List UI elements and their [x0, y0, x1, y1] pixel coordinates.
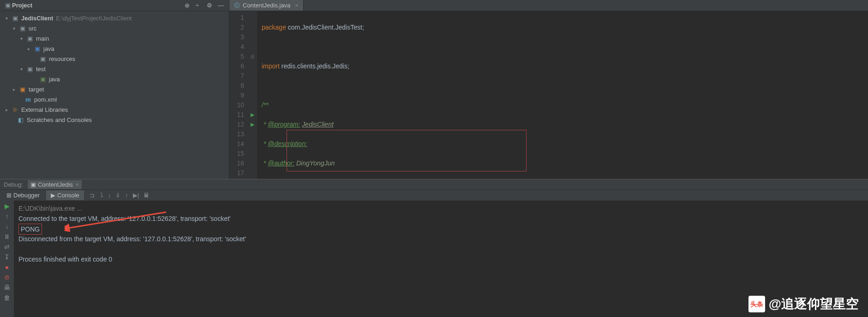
print-icon[interactable]: 🖶	[4, 284, 10, 291]
debug-panel: Debug: ▣ ContentJedis × ⊞ Debugger ▶ Con…	[0, 179, 868, 317]
debugger-tab[interactable]: ⊞ Debugger	[2, 190, 44, 200]
chevron-down-icon[interactable]: ▾	[6, 16, 11, 21]
line-gutter: 1 2 3 4 5 6 7 8 9 10 11 12 13 14 15 16 1…	[229, 11, 248, 179]
console-line: Connected to the target VM, address: '12…	[18, 213, 863, 224]
resources-folder-icon: ▣	[39, 55, 47, 62]
trash-icon[interactable]: 🗑	[4, 294, 10, 301]
chevron-down-icon[interactable]: ▾	[20, 67, 26, 72]
console-line: Disconnected from the target VM, address…	[18, 234, 863, 244]
editor-tab[interactable]: Ⓒ ContentJedis.java ×	[229, 0, 304, 11]
tree-label: resources	[49, 55, 75, 62]
fold-icon[interactable]: ⊟	[251, 54, 254, 59]
hide-icon[interactable]: —	[218, 2, 225, 9]
rerun-icon[interactable]: ▶	[5, 202, 10, 210]
chevron-right-icon[interactable]: ▸	[28, 46, 33, 51]
breakpoint-icon[interactable]: ●	[5, 263, 9, 271]
tree-label: main	[36, 35, 49, 42]
console-icon: ▶	[51, 192, 55, 199]
force-step-icon[interactable]: ⇓	[115, 192, 120, 199]
scratches-icon: ◧	[17, 116, 25, 123]
chevron-down-icon[interactable]: ▾	[13, 26, 18, 31]
tree-label: src	[29, 25, 36, 32]
step-into-icon[interactable]: ↓	[108, 192, 111, 199]
line-number: 4	[229, 42, 244, 52]
line-number: 16	[229, 158, 244, 168]
debug-tool-icons: ⤵ ↓ ⇓ ↑ ▶| 🖩	[95, 192, 150, 199]
line-number: 11	[229, 110, 244, 120]
tab-label: ContentJedis.java	[243, 2, 290, 9]
tree-pom[interactable]: m pom.xml	[0, 94, 229, 104]
tree-src[interactable]: ▾ ▣ src	[0, 23, 229, 33]
evaluate-icon[interactable]: 🖩	[144, 192, 150, 199]
libraries-icon: ⊪	[11, 106, 19, 113]
tree-target[interactable]: ▸ ▣ target	[0, 84, 229, 94]
line-number: 7	[229, 71, 244, 81]
chevron-right-icon[interactable]: ▸	[13, 87, 18, 92]
step-over-icon[interactable]: ⤵	[100, 192, 103, 199]
console-line	[18, 244, 863, 254]
code-area[interactable]: 1 2 3 4 5 6 7 8 9 10 11 12 13 14 15 16 1…	[229, 11, 868, 179]
chevron-right-icon[interactable]: ▸	[6, 107, 11, 112]
tree-label: target	[29, 86, 44, 93]
close-icon[interactable]: ×	[76, 181, 79, 188]
run-icon[interactable]: ▶	[251, 112, 254, 118]
line-number: 15	[229, 149, 244, 158]
bug-icon: ⊞	[6, 192, 12, 199]
tree-main-java[interactable]: ▸ ▣ java	[0, 43, 229, 54]
tree-external[interactable]: ▸ ⊪ External Libraries	[0, 104, 229, 115]
tree-main[interactable]: ▾ ▣ main	[0, 33, 229, 43]
close-icon[interactable]: ×	[295, 2, 299, 9]
watermark: 头条 @追逐仰望星空	[748, 296, 859, 312]
debug-toolbar: ⊞ Debugger ▶ Console ⊐ ⤵ ↓ ⇓ ↑ ▶| 🖩	[0, 189, 868, 201]
pause-icon[interactable]: ⏸	[4, 233, 10, 240]
tree-label: External Libraries	[21, 106, 68, 113]
folder-icon: ▣	[4, 2, 12, 9]
tree-test[interactable]: ▾ ▣ test	[0, 64, 229, 74]
scroll-icon[interactable]: ↧	[4, 253, 10, 261]
tree-scratches[interactable]: ◧ Scratches and Consoles	[0, 115, 229, 125]
folder-icon: ▣	[26, 35, 34, 42]
line-number: 8	[229, 81, 244, 91]
line-number: 14	[229, 139, 244, 149]
run-icon[interactable]: ▶	[251, 122, 254, 128]
debug-side-icons: ▶ ↑ ↓ ⏸ ⇄ ↧ ● ⊘ 🖶 🗑	[0, 201, 14, 317]
code-editor[interactable]: package com.JedisClient.JedisTest; impor…	[257, 11, 868, 179]
editor-area: Ⓒ ContentJedis.java × 1 2 3 4 5 6 7 8 9 …	[229, 0, 868, 179]
chevron-down-icon[interactable]: ▾	[20, 36, 26, 41]
target-folder-icon: ▣	[18, 86, 27, 93]
root-path: E:\dyjTestProject\JedisClient	[56, 15, 132, 22]
tree-resources[interactable]: ▣ resources	[0, 54, 229, 64]
tree-test-java[interactable]: ▣ java	[0, 74, 229, 84]
folder-icon: ▣	[26, 66, 34, 73]
tree-label: pom.xml	[34, 96, 57, 103]
project-header-icons: ⊕ ÷ ⚙ —	[185, 2, 225, 9]
console-output[interactable]: E:\JDK\bin\java.exe ... Connected to the…	[14, 201, 868, 317]
gear-icon[interactable]: ⚙	[207, 2, 214, 9]
pong-highlight: PONG	[18, 224, 42, 235]
wrap-icon[interactable]: ⇄	[4, 243, 10, 250]
debug-tab[interactable]: ▣ ContentJedis ×	[28, 180, 82, 189]
project-header: ▣ Project ⊕ ÷ ⚙ —	[0, 0, 229, 11]
watermark-logo: 头条	[748, 296, 765, 312]
thread-icon[interactable]: ⊐	[90, 192, 95, 199]
console-tab[interactable]: ▶ Console	[46, 190, 84, 200]
tree-root[interactable]: ▾ ▣ JedisClient E:\dyjTestProject\JedisC…	[0, 13, 229, 23]
collapse-icon[interactable]: ÷	[196, 2, 203, 9]
watermark-text: @追逐仰望星空	[769, 299, 859, 309]
folder-icon: ▣	[18, 25, 27, 32]
tree-label: java	[49, 76, 60, 83]
step-out-icon[interactable]: ↑	[125, 192, 128, 199]
line-number: 12	[229, 120, 244, 129]
source-folder-icon: ▣	[33, 45, 42, 52]
project-tree[interactable]: ▾ ▣ JedisClient E:\dyjTestProject\JedisC…	[0, 11, 229, 127]
target-icon[interactable]: ⊕	[185, 2, 192, 9]
java-class-icon: Ⓒ	[234, 1, 240, 10]
console-line-pong: PONG	[18, 224, 863, 234]
stop-icon[interactable]: ↑	[6, 213, 9, 220]
run-cursor-icon[interactable]: ▶|	[133, 192, 139, 199]
project-sidebar: ▣ Project ⊕ ÷ ⚙ — ▾ ▣ JedisClient E:\dyj…	[0, 0, 229, 179]
mute-icon[interactable]: ⊘	[4, 274, 10, 281]
line-number: 6	[229, 61, 244, 71]
down-icon[interactable]: ↓	[6, 223, 9, 230]
tree-label: test	[36, 66, 46, 73]
